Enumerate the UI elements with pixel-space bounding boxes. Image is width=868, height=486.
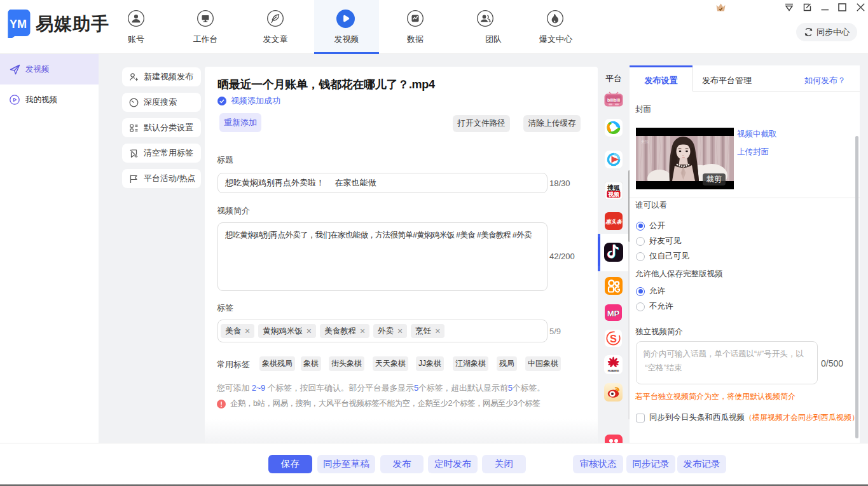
svg-text:bilibili: bilibili — [607, 98, 620, 102]
svg-text:惠头条: 惠头条 — [605, 219, 623, 225]
svg-text:搜狐: 搜狐 — [607, 184, 621, 191]
svg-text:HUAWEI: HUAWEI — [608, 369, 619, 372]
svg-text:视频: 视频 — [607, 191, 620, 198]
svg-text:YM: YM — [10, 18, 27, 30]
svg-text:美拍: 美拍 — [641, 139, 649, 144]
svg-text:S: S — [610, 333, 617, 344]
svg-text:MP: MP — [607, 309, 620, 318]
